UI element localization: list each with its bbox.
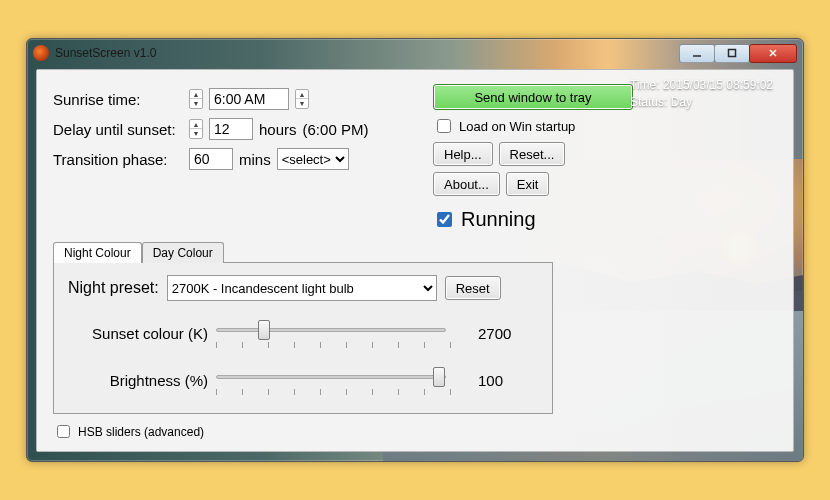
running-checkbox[interactable]: Running	[433, 208, 633, 231]
transition-select[interactable]: <select>	[277, 148, 349, 170]
transition-unit: mins	[239, 151, 271, 168]
tab-day-colour[interactable]: Day Colour	[142, 242, 224, 263]
transition-label: Transition phase:	[53, 151, 183, 168]
sunset-colour-label: Sunset colour (K)	[68, 325, 208, 342]
svg-rect-1	[729, 50, 736, 57]
help-button[interactable]: Help...	[433, 142, 493, 166]
sunrise-spin-right[interactable]: ▲▼	[295, 89, 309, 109]
sunset-colour-slider[interactable]	[216, 321, 446, 339]
hsb-checkbox[interactable]: HSB sliders (advanced)	[53, 422, 777, 441]
status-overlay: Time: 2015/03/15 08:59:02 Status: Day	[630, 77, 773, 111]
night-colour-panel: Night preset: 2700K - Incandescent light…	[53, 262, 553, 414]
tab-night-colour[interactable]: Night Colour	[53, 242, 142, 263]
slider-ticks	[216, 389, 470, 395]
night-preset-select[interactable]: 2700K - Incandescent light bulb	[167, 275, 437, 301]
delay-result: (6:00 PM)	[303, 121, 369, 138]
brightness-label: Brightness (%)	[68, 372, 208, 389]
load-startup-input[interactable]	[437, 119, 451, 133]
send-to-tray-button[interactable]: Send window to tray	[433, 84, 633, 110]
status-day: Status: Day	[630, 94, 773, 111]
titlebar: SunsetScreen v1.0	[27, 39, 803, 67]
delay-spin[interactable]: ▲▼	[189, 119, 203, 139]
slider-ticks	[216, 342, 470, 348]
colour-tabs: Night Colour Day Colour Night preset: 27…	[53, 241, 553, 414]
window-title: SunsetScreen v1.0	[55, 46, 156, 60]
app-window: SunsetScreen v1.0 Time: 2015/03/15 08:59…	[26, 38, 804, 462]
client-area: Sunrise time: ▲▼ ▲▼ Delay until sunset: …	[36, 69, 794, 452]
load-startup-label: Load on Win startup	[459, 119, 575, 134]
about-button[interactable]: About...	[433, 172, 500, 196]
hsb-input[interactable]	[57, 425, 70, 438]
brightness-slider[interactable]	[216, 368, 446, 386]
sunrise-spin-left[interactable]: ▲▼	[189, 89, 203, 109]
delay-label: Delay until sunset:	[53, 121, 183, 138]
delay-input[interactable]	[209, 118, 253, 140]
status-time: Time: 2015/03/15 08:59:02	[630, 77, 773, 94]
hsb-label: HSB sliders (advanced)	[78, 425, 204, 439]
delay-unit: hours	[259, 121, 297, 138]
app-icon	[33, 45, 49, 61]
reset-button[interactable]: Reset...	[499, 142, 566, 166]
maximize-button[interactable]	[714, 44, 750, 63]
running-input[interactable]	[437, 212, 452, 227]
running-label: Running	[461, 208, 536, 231]
load-startup-checkbox[interactable]: Load on Win startup	[433, 116, 633, 136]
brightness-value: 100	[478, 372, 538, 389]
night-preset-label: Night preset:	[68, 279, 159, 297]
sunrise-label: Sunrise time:	[53, 91, 183, 108]
transition-input[interactable]	[189, 148, 233, 170]
exit-button[interactable]: Exit	[506, 172, 550, 196]
minimize-button[interactable]	[679, 44, 715, 63]
preset-reset-button[interactable]: Reset	[445, 276, 501, 300]
sunrise-input[interactable]	[209, 88, 289, 110]
close-button[interactable]	[749, 44, 797, 63]
sunset-colour-value: 2700	[478, 325, 538, 342]
